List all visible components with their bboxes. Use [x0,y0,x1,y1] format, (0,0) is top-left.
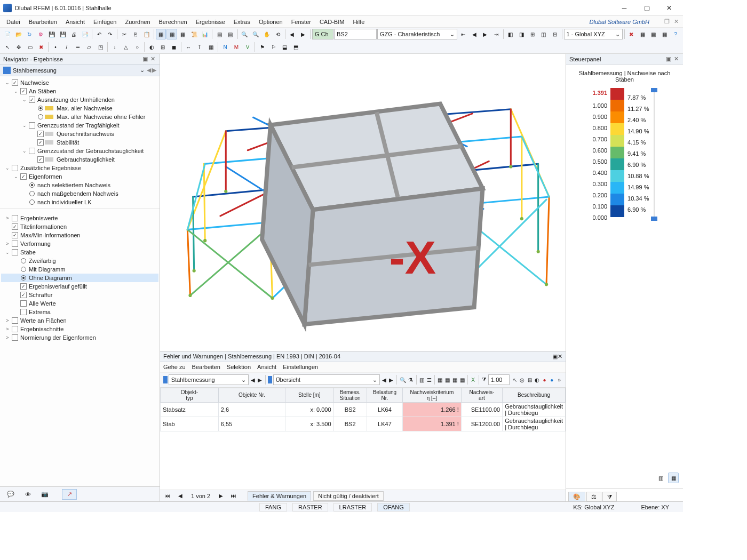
maximize-button[interactable]: ▢ [636,2,657,14]
minimize-button[interactable]: ─ [614,2,635,14]
tree-item[interactable]: >Ergebniswerte [1,214,158,222]
tb2-load-icon[interactable]: ↓ [109,42,120,52]
combination-combo[interactable]: GZG - Charakteristisch⌄ [377,29,457,39]
tb2-misc2-icon[interactable]: ⚐ [268,42,279,52]
tb2-res2-icon[interactable]: M [231,42,242,52]
nav-close-icon[interactable]: ✕ [149,55,156,62]
tree-item[interactable]: Extrema [1,308,158,316]
undo-icon[interactable]: ↶ [94,29,105,39]
paste-icon[interactable]: 📋 [141,29,152,39]
sp-pin-icon[interactable]: ▣ [665,55,672,62]
tree-item[interactable]: ⌄Zusätzliche Ergebnisse [1,164,158,172]
script-icon[interactable]: 📜 [189,29,200,39]
errtb-k6-icon[interactable]: ● [549,374,555,385]
errtb-grid2-icon[interactable]: ▦ [444,374,451,385]
errtb-grid4-icon[interactable]: ▦ [459,374,465,385]
panel3-icon[interactable]: ▦ [178,29,188,39]
save-icon[interactable]: 💾 [46,29,57,39]
tb2-member-icon[interactable]: ━ [73,42,83,52]
errtb-view-combo[interactable]: Übersicht⌄ [273,374,380,385]
c3-icon[interactable]: ▦ [648,29,659,39]
tb2-move-icon[interactable]: ✥ [13,42,24,52]
tb2-res1-icon[interactable]: N [220,42,231,52]
pg-prev-icon[interactable]: ◀ [175,491,186,501]
open-icon[interactable]: 📂 [13,29,24,39]
slider-bottom-handle[interactable] [651,217,657,221]
navtab-eye-icon[interactable]: 👁 [20,489,35,500]
nav-first-icon[interactable]: ⇤ [458,29,468,39]
errmenu-sel[interactable]: Selektion [227,364,251,370]
viewport-3d[interactable]: -X [160,54,566,351]
page-next-icon[interactable]: ▶ [298,29,308,39]
menu-optionen[interactable]: Optionen [255,18,287,26]
tree-item[interactable]: ⌄An Stäben [1,87,158,95]
snap-fang[interactable]: FANG [259,503,287,511]
tree-item[interactable]: Max. aller Nachweise [1,104,158,113]
zoom-icon[interactable]: 🔍 [240,29,250,39]
legend-slider[interactable] [652,88,656,221]
tb2-render-icon[interactable]: ◐ [146,42,157,52]
tb2-hinge-icon[interactable]: ○ [132,42,142,52]
navigator-tree-nachweise[interactable]: ⌄Nachweise⌄An Stäben⌄Ausnutzung der Umhü… [0,76,160,209]
nav-prev-icon[interactable]: ◀ [469,29,480,39]
errtb-grid1-icon[interactable]: ▦ [437,374,443,385]
tb2-surf-icon[interactable]: ▱ [84,42,94,52]
navigator-section[interactable]: Stahlbemessung ⌄ ◀ ▶ [0,65,160,76]
tb2-sup-icon[interactable]: △ [121,42,131,52]
tree-item[interactable]: nach maßgebendem Nachweis [1,189,158,198]
menu-berechnen[interactable]: Berechnen [155,18,192,26]
tb2-node-icon[interactable]: • [50,42,61,52]
errtb-funnel-icon[interactable]: ⧩ [481,374,487,385]
pan-icon[interactable]: ✋ [261,29,272,39]
cut-icon[interactable]: ✂ [119,29,130,39]
tree-item[interactable]: Schraffur [1,291,158,299]
redo-icon[interactable]: ↷ [105,29,116,39]
tb2-misc4-icon[interactable]: ⬒ [290,42,301,52]
errtb-k1-icon[interactable]: ↖ [512,374,518,385]
tree-item[interactable]: nach individueller LK [1,198,158,206]
errtb-k2-icon[interactable]: ◎ [519,374,526,385]
tree-item[interactable]: Stabilität [1,138,158,147]
close-button[interactable]: ✕ [658,2,680,14]
tb2-shade-icon[interactable]: ◼ [169,42,179,52]
menu-ergebnisse[interactable]: Ergebnisse [192,18,229,26]
slider-top-handle[interactable] [651,88,657,92]
errtb-prev-icon[interactable]: ◀ [250,374,256,385]
menu-extras[interactable]: Extras [229,18,255,26]
page-prev-icon[interactable]: ◀ [287,29,298,39]
errtb-threshold-field[interactable]: 1.00 [488,374,510,385]
t1-icon[interactable]: ◧ [505,29,516,39]
menu-zuordnen[interactable]: Zuordnen [121,18,154,26]
panel2-icon[interactable]: ▦ [166,29,177,39]
nav-pin-icon[interactable]: ▣ [141,55,149,62]
c2-icon[interactable]: ▦ [637,29,648,39]
tab-invalid[interactable]: Nicht gültig / deaktiviert [313,491,384,501]
navtab-result-icon[interactable]: ↗ [62,489,77,500]
navigator-tree-display[interactable]: >ErgebniswerteTitelinformationenMax/Min-… [0,212,160,486]
menu-einfuegen[interactable]: Einfügen [89,18,121,26]
sp-close-icon[interactable]: ✕ [672,55,680,62]
tree-item[interactable]: Querschnittsnachweis [1,130,158,138]
tree-item[interactable]: ⌄Grenzzustand der Gebrauchstauglichkeit [1,147,158,155]
tb2-sel-icon[interactable]: ▭ [25,42,35,52]
tb2-grid-icon[interactable]: ▦ [205,42,216,52]
t3-icon[interactable]: ⊞ [527,29,538,39]
errtb-filter-icon[interactable]: ⚗ [408,374,414,385]
snap-raster[interactable]: RASTER [292,503,328,511]
help-icon[interactable]: ? [670,29,681,39]
tb2-del-icon[interactable]: ✖ [36,42,46,52]
data-icon[interactable]: ▤ [225,29,236,39]
copy-icon[interactable]: ⎘ [130,29,141,39]
pg-next-icon[interactable]: ▶ [216,491,226,501]
snap-ofang[interactable]: OFANG [377,503,410,511]
tree-item[interactable]: >Verformung [1,239,158,248]
tree-item[interactable]: Max/Min-Informationen [1,231,158,239]
errmenu-goto[interactable]: Gehe zu [163,364,186,370]
tb2-solid-icon[interactable]: ◳ [95,42,106,52]
tree-item[interactable]: Ergebnisverlauf gefüllt [1,282,158,291]
tree-item[interactable]: Titelinformationen [1,222,158,231]
pg-last-icon[interactable]: ⏭ [228,491,239,501]
report-icon[interactable]: 📑 [80,29,90,39]
tree-item[interactable]: nach selektiertem Nachweis [1,181,158,189]
menu-cadbim[interactable]: CAD-BIM [315,18,348,26]
